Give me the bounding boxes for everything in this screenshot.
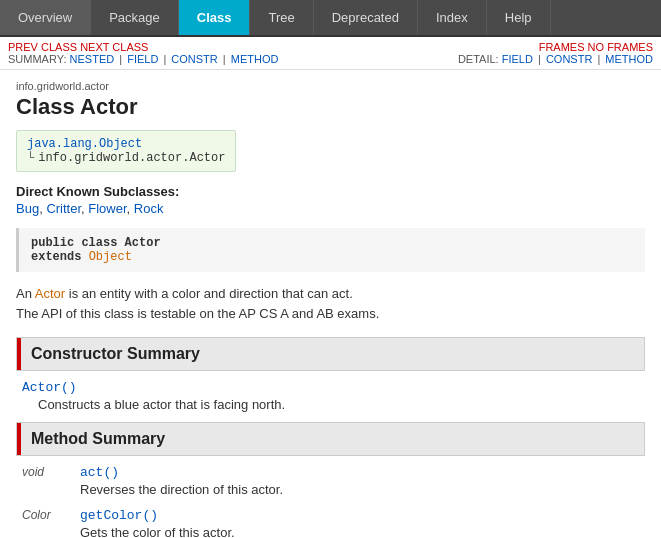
inheritance-child-line: └ info.gridworld.actor.Actor (27, 151, 225, 165)
nav-overview[interactable]: Overview (0, 0, 91, 35)
method-entry-getcolor: Color getColor() Gets the color of this … (16, 507, 645, 538)
package-name: info.gridworld.actor (16, 80, 645, 92)
class-description: An Actor is an entity with a color and d… (16, 284, 645, 323)
method-summary-title: Method Summary (21, 424, 175, 454)
nav-package[interactable]: Package (91, 0, 179, 35)
inheritance-root: java.lang.Object (27, 137, 225, 151)
method-return-void: void (22, 465, 72, 479)
code-line1: public class Actor (31, 236, 633, 250)
summary-method-link[interactable]: METHOD (231, 53, 279, 65)
method-act-desc: Reverses the direction of this actor. (80, 482, 645, 497)
method-detail-act: act() Reverses the direction of this act… (80, 464, 645, 497)
nav-help[interactable]: Help (487, 0, 551, 35)
constructor-summary-header: Constructor Summary (16, 337, 645, 371)
no-frames-link[interactable]: NO FRAMES (588, 41, 653, 53)
nav-bar: Overview Package Class Tree Deprecated I… (0, 0, 661, 37)
nav-class[interactable]: Class (179, 0, 251, 35)
subclasses-title: Direct Known Subclasses: (16, 184, 179, 199)
code-line2: extends Object (31, 250, 633, 264)
method-return-color: Color (22, 508, 72, 522)
inheritance-block: java.lang.Object └ info.gridworld.actor.… (16, 130, 236, 172)
detail-field-link[interactable]: FIELD (502, 53, 533, 65)
prev-next-links: PREV CLASS NEXT CLASS SUMMARY: NESTED | … (8, 41, 278, 65)
method-summary-header: Method Summary (16, 422, 645, 456)
subclasses-links: Bug, Critter, Flower, Rock (16, 201, 645, 216)
method-act-link[interactable]: act() (80, 465, 119, 480)
subclass-flower[interactable]: Flower (88, 201, 126, 216)
constructor-desc: Constructs a blue actor that is facing n… (38, 397, 645, 412)
tree-arrow-icon: └ (27, 151, 34, 165)
detail-method-link[interactable]: METHOD (605, 53, 653, 65)
method-getcolor-desc: Gets the color of this actor. (80, 525, 645, 538)
subclasses-section: Direct Known Subclasses: Bug, Critter, F… (16, 184, 645, 216)
main-content: info.gridworld.actor Class Actor java.la… (0, 70, 661, 538)
method-entry-act: void act() Reverses the direction of thi… (16, 464, 645, 497)
summary-constr-link[interactable]: CONSTR (171, 53, 217, 65)
frames-link[interactable]: FRAMES (539, 41, 585, 53)
prev-class-link[interactable]: PREV CLASS (8, 41, 77, 53)
nav-deprecated[interactable]: Deprecated (314, 0, 418, 35)
nav-tree[interactable]: Tree (250, 0, 313, 35)
detail-constr-link[interactable]: CONSTR (546, 53, 592, 65)
top-meta-bar: PREV CLASS NEXT CLASS SUMMARY: NESTED | … (0, 37, 661, 70)
frames-links: FRAMES NO FRAMES DETAIL: FIELD | CONSTR … (458, 41, 653, 65)
desc-line2: The API of this class is testable on the… (16, 304, 645, 324)
constructor-entry: Actor() Constructs a blue actor that is … (16, 379, 645, 412)
desc-line1: An Actor is an entity with a color and d… (16, 284, 645, 304)
constructor-summary-title: Constructor Summary (21, 339, 210, 369)
summary-nested-link[interactable]: NESTED (70, 53, 115, 65)
inheritance-child: info.gridworld.actor.Actor (38, 151, 225, 165)
subclass-rock[interactable]: Rock (134, 201, 164, 216)
inheritance-root-link[interactable]: java.lang.Object (27, 137, 142, 151)
method-getcolor-link[interactable]: getColor() (80, 508, 158, 523)
subclass-critter[interactable]: Critter (46, 201, 81, 216)
subclass-bug[interactable]: Bug (16, 201, 39, 216)
nav-index[interactable]: Index (418, 0, 487, 35)
extends-object-link[interactable]: Object (89, 250, 132, 264)
constructor-name-link[interactable]: Actor() (22, 380, 77, 395)
method-summary-section: Method Summary void act() Reverses the d… (16, 422, 645, 538)
code-block: public class Actor extends Object (16, 228, 645, 272)
actor-ref: Actor (35, 286, 65, 301)
next-class-link[interactable]: NEXT CLASS (80, 41, 148, 53)
summary-field-link[interactable]: FIELD (127, 53, 158, 65)
method-detail-getcolor: getColor() Gets the color of this actor. (80, 507, 645, 538)
class-title: Class Actor (16, 94, 645, 120)
